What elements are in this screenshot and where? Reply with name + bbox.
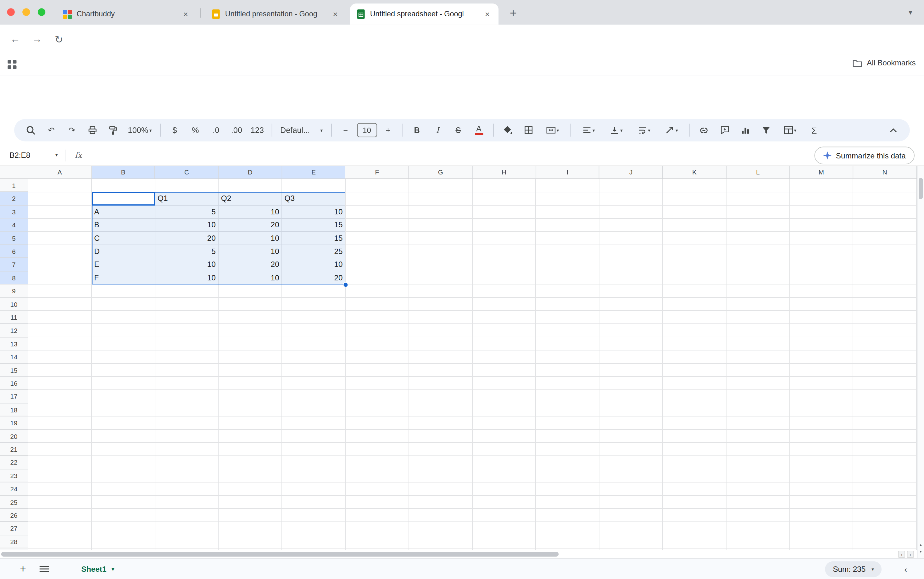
text-color-button[interactable]: A [469, 122, 488, 138]
reload-icon[interactable]: ↻ [52, 33, 66, 46]
horizontal-scroll-thumb[interactable] [1, 552, 559, 557]
add-sheet-button[interactable]: + [14, 560, 32, 578]
row-header-28[interactable]: 28 [0, 535, 28, 548]
text-rotation-button[interactable]: ▾ [659, 122, 684, 138]
column-header-L[interactable]: L [726, 166, 790, 178]
close-tab-icon[interactable]: × [482, 9, 493, 20]
redo-button[interactable]: ↷ [62, 122, 82, 138]
format-percent-button[interactable]: % [186, 122, 205, 138]
insert-link-button[interactable] [695, 122, 713, 138]
cell-B4[interactable]: B [92, 218, 155, 232]
scroll-down-icon[interactable]: ▾ [918, 549, 923, 555]
insert-chart-button[interactable] [736, 122, 754, 138]
close-window-button[interactable] [7, 8, 15, 16]
row-header-8[interactable]: 8 [0, 271, 28, 285]
new-tab-button[interactable]: + [506, 5, 521, 21]
cell-D3[interactable]: 10 [219, 206, 282, 219]
row-header-23[interactable]: 23 [0, 469, 28, 483]
cell-E6[interactable]: 25 [282, 245, 345, 258]
back-icon[interactable]: ← [8, 33, 22, 46]
cell-D7[interactable]: 20 [219, 258, 282, 271]
italic-button[interactable]: I [428, 122, 447, 138]
row-header-19[interactable]: 19 [0, 417, 28, 430]
cell-E4[interactable]: 15 [282, 218, 345, 232]
add-comment-button[interactable] [715, 122, 734, 138]
row-header-16[interactable]: 16 [0, 377, 28, 390]
tab-presentation[interactable]: Untitled presentation - Goog × [205, 3, 347, 25]
font-select[interactable]: Defaul...▾ [277, 122, 326, 138]
row-header-1[interactable]: 1 [0, 179, 28, 192]
collapse-panel-icon[interactable]: ‹ [898, 562, 914, 577]
toolbar-search-icon[interactable] [21, 122, 40, 138]
borders-button[interactable] [519, 122, 538, 138]
row-header-20[interactable]: 20 [0, 430, 28, 443]
tab-search-icon[interactable]: ▾ [904, 6, 917, 19]
row-header-22[interactable]: 22 [0, 456, 28, 469]
font-size-input[interactable]: 10 [357, 123, 377, 137]
row-header-7[interactable]: 7 [0, 258, 28, 271]
row-header-18[interactable]: 18 [0, 403, 28, 417]
sheet-tab-sheet1[interactable]: Sheet1 ▾ [74, 561, 121, 577]
horizontal-scrollbar[interactable]: ‹ › [0, 550, 917, 558]
cells-area[interactable]: Q1Q2Q3A51010B102015C201015D51025E102010F… [28, 179, 917, 550]
row-header-12[interactable]: 12 [0, 324, 28, 337]
name-box[interactable]: B2:E8 ▾ [0, 151, 61, 160]
cell-B8[interactable]: F [92, 271, 155, 285]
row-header-11[interactable]: 11 [0, 311, 28, 324]
column-header-N[interactable]: N [853, 166, 917, 178]
format-currency-button[interactable]: $ [165, 122, 184, 138]
zoom-select[interactable]: 100%▾ [124, 122, 155, 138]
row-header-10[interactable]: 10 [0, 298, 28, 311]
decrease-decimal-button[interactable]: .0 [206, 122, 226, 138]
row-header-2[interactable]: 2 [0, 192, 28, 206]
summarize-data-button[interactable]: Summarize this data [814, 147, 914, 164]
minimize-window-button[interactable] [22, 8, 30, 16]
cell-C3[interactable]: 5 [156, 206, 218, 219]
all-bookmarks-button[interactable]: All Bookmarks [853, 58, 916, 67]
column-header-I[interactable]: I [536, 166, 600, 178]
column-header-K[interactable]: K [663, 166, 726, 178]
row-header-9[interactable]: 9 [0, 285, 28, 298]
cell-B7[interactable]: E [92, 258, 155, 271]
fill-handle[interactable] [343, 282, 348, 287]
cell-B6[interactable]: D [92, 245, 155, 258]
apps-grid-icon[interactable] [8, 60, 16, 69]
vertical-align-button[interactable]: ▾ [603, 122, 629, 138]
fill-color-button[interactable] [498, 122, 517, 138]
cell-D8[interactable]: 10 [219, 271, 282, 285]
close-tab-icon[interactable]: × [330, 9, 341, 20]
cell-C7[interactable]: 10 [156, 258, 218, 271]
cell-D2[interactable]: Q2 [219, 192, 282, 206]
collapse-toolbar-icon[interactable] [884, 122, 903, 138]
cell-E3[interactable]: 10 [282, 206, 345, 219]
forward-icon[interactable]: → [30, 33, 44, 46]
row-header-24[interactable]: 24 [0, 483, 28, 496]
cell-E2[interactable]: Q3 [282, 192, 345, 206]
cell-C8[interactable]: 10 [156, 271, 218, 285]
paint-format-button[interactable] [104, 122, 123, 138]
sheet-tab-menu-icon[interactable]: ▾ [111, 566, 114, 572]
row-header-13[interactable]: 13 [0, 337, 28, 350]
name-box-dropdown-icon[interactable]: ▾ [55, 152, 58, 158]
row-header-25[interactable]: 25 [0, 496, 28, 509]
row-header-17[interactable]: 17 [0, 390, 28, 403]
column-header-E[interactable]: E [282, 166, 346, 178]
cell-E8[interactable]: 20 [282, 271, 345, 285]
cell-E7[interactable]: 10 [282, 258, 345, 271]
scroll-right-icon[interactable]: › [907, 551, 914, 558]
vertical-scroll-thumb[interactable] [919, 178, 923, 199]
create-filter-button[interactable] [756, 122, 775, 138]
row-header-21[interactable]: 21 [0, 443, 28, 456]
vertical-scrollbar[interactable]: ▴ ▾ [917, 166, 924, 558]
select-all-corner[interactable] [0, 166, 28, 179]
sum-dropdown-icon[interactable]: ▾ [872, 566, 874, 572]
scroll-up-icon[interactable]: ▴ [918, 542, 923, 548]
column-header-D[interactable]: D [219, 166, 282, 178]
zoom-window-button[interactable] [38, 8, 45, 16]
column-header-B[interactable]: B [92, 166, 156, 178]
row-header-4[interactable]: 4 [0, 218, 28, 232]
tab-spreadsheet[interactable]: Untitled spreadsheet - Googl × [350, 3, 498, 25]
column-header-M[interactable]: M [790, 166, 853, 178]
row-header-3[interactable]: 3 [0, 206, 28, 219]
cell-C5[interactable]: 20 [156, 232, 218, 245]
